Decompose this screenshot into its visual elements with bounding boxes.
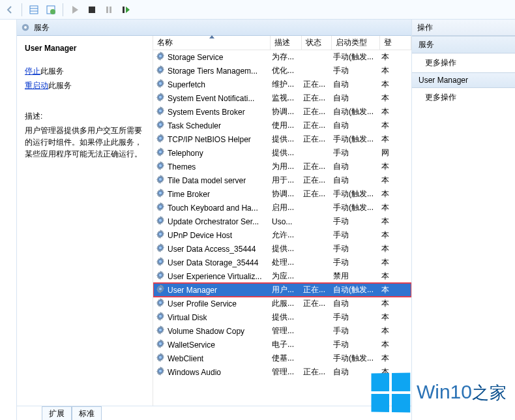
service-row[interactable]: Telephony提供...手动网 [153, 146, 411, 160]
service-startup: 手动(触发... [333, 52, 381, 63]
service-logon: 本 [381, 257, 411, 268]
service-name: System Event Notificati... [168, 94, 272, 103]
service-logon: 本 [381, 120, 411, 131]
service-startup: 自动(触发... [333, 284, 381, 295]
service-row[interactable]: Update Orchestrator Ser...Uso...手动本 [153, 215, 411, 228]
service-row[interactable]: TCP/IP NetBIOS Helper提供...正在...手动(触发...本 [153, 132, 411, 146]
service-icon [156, 147, 168, 158]
service-row[interactable]: WalletService电子...手动本 [153, 338, 411, 352]
service-status: 正在... [303, 298, 333, 309]
service-row[interactable]: Storage Service为存...手动(触发...本 [153, 50, 411, 64]
service-icon [156, 188, 168, 200]
service-row[interactable]: Touch Keyboard and Ha...启用...手动(触发...本 [153, 201, 411, 215]
service-row[interactable]: Task Scheduler使用...正在...自动本 [153, 119, 411, 132]
service-startup: 手动(触发... [333, 353, 381, 364]
service-name: User Manager [168, 286, 272, 295]
service-row[interactable]: User Data Access_35444提供...手动本 [153, 242, 411, 256]
service-desc: 为存... [272, 52, 303, 63]
service-logon: 本 [381, 134, 411, 145]
service-logon: 本 [381, 243, 411, 254]
stop-service-link[interactable]: 停止 [25, 67, 40, 76]
service-icon [156, 367, 168, 378]
svg-point-18 [158, 150, 162, 154]
restart-service-link[interactable]: 重启动 [25, 81, 48, 90]
service-row[interactable]: Volume Shadow Copy管理...手动本 [153, 324, 411, 338]
service-name: Volume Shadow Copy [168, 327, 272, 336]
column-header-desc[interactable]: 描述 [271, 36, 302, 50]
svg-point-25 [158, 246, 162, 250]
service-row[interactable]: Themes为用...正在...自动本 [153, 160, 411, 173]
service-row[interactable]: User Manager用户...正在...自动(触发...本 [153, 283, 411, 297]
pause-icon [104, 5, 114, 15]
service-rows: Storage Service为存...手动(触发...本 Storage Ti… [153, 50, 411, 406]
service-desc: 启用... [272, 202, 303, 213]
svg-rect-5 [89, 7, 95, 13]
service-desc: 为用... [272, 161, 303, 172]
service-row[interactable]: Tile Data model server用于...正在...自动本 [153, 173, 411, 187]
service-desc: 提供... [272, 147, 303, 158]
svg-rect-6 [106, 7, 108, 13]
service-startup: 手动(触发... [333, 188, 381, 200]
svg-point-22 [158, 205, 162, 209]
service-name: Tile Data model server [168, 176, 272, 185]
column-header-startup[interactable]: 启动类型 [332, 36, 380, 50]
service-desc: 为应... [272, 271, 303, 282]
service-icon [156, 243, 168, 254]
services-list: 名称 描述 状态 启动类型 登 Storage Service为存...手动(触… [153, 36, 411, 406]
service-desc: 电子... [272, 339, 303, 350]
toolbar-button-pause[interactable] [102, 3, 116, 17]
toolbar-button-grid1[interactable] [27, 3, 41, 17]
toolbar-separator [63, 3, 63, 16]
service-row[interactable]: Superfetch维护...正在...自动本 [153, 78, 411, 91]
main-area: 服务 User Manager 停止此服务 重启动此服务 描述: 用户管理器提供… [0, 20, 515, 420]
svg-rect-8 [123, 7, 125, 13]
service-logon: 本 [381, 202, 411, 213]
column-header-name-label: 名称 [157, 37, 173, 48]
column-header-name[interactable]: 名称 [153, 36, 271, 50]
service-icon [156, 93, 168, 104]
column-header-logon[interactable]: 登 [380, 36, 411, 50]
toolbar-button-back[interactable] [3, 3, 17, 17]
toolbar-button-grid2[interactable] [44, 3, 58, 17]
svg-point-26 [158, 260, 162, 263]
service-row[interactable]: Storage Tiers Managem...优化...手动本 [153, 64, 411, 78]
service-status: 正在... [303, 79, 333, 90]
service-name: User Data Storage_35444 [168, 258, 272, 267]
play-icon [70, 5, 80, 15]
toolbar-button-play[interactable] [68, 3, 82, 17]
service-startup: 手动(触发... [333, 202, 381, 213]
service-row[interactable]: System Events Broker协调...正在...自动(触发...本 [153, 105, 411, 119]
service-status: 正在... [303, 188, 333, 200]
actions-item-more-2[interactable]: 更多操作 [412, 88, 515, 107]
service-icon [156, 202, 168, 213]
detail-links: 停止此服务 重启动此服务 [25, 65, 145, 93]
service-row[interactable]: System Event Notificati...监视...正在...自动本 [153, 91, 411, 105]
actions-item-more-1[interactable]: 更多操作 [412, 53, 515, 72]
service-row[interactable]: Virtual Disk提供...手动本 [153, 310, 411, 324]
service-row[interactable]: User Data Storage_35444处理...手动本 [153, 256, 411, 269]
service-name: TCP/IP NetBIOS Helper [168, 135, 272, 144]
svg-point-24 [158, 232, 162, 236]
service-startup: 禁用 [333, 271, 381, 282]
center-pane: 服务 User Manager 停止此服务 重启动此服务 描述: 用户管理器提供… [17, 20, 412, 420]
service-row[interactable]: Windows Audio管理...正在...自动本 [153, 365, 411, 379]
left-tree-strip [0, 20, 17, 420]
actions-header: 操作 [412, 20, 515, 36]
tab-extended[interactable]: 扩展 [42, 406, 72, 420]
service-status: 正在... [303, 367, 333, 378]
toolbar-button-stop[interactable] [85, 3, 99, 17]
column-header-status[interactable]: 状态 [302, 36, 332, 50]
detail-pane: User Manager 停止此服务 重启动此服务 描述: 用户管理器提供多用户… [17, 36, 153, 406]
tab-standard[interactable]: 标准 [72, 406, 102, 420]
service-startup: 自动 [333, 79, 381, 90]
service-row[interactable]: WebClient使基...手动(触发...本 [153, 352, 411, 365]
svg-point-15 [158, 109, 162, 113]
service-row[interactable]: User Profile Service此服...正在...自动本 [153, 297, 411, 310]
service-row[interactable]: User Experience Virtualiz...为应...禁用本 [153, 269, 411, 283]
service-logon: 本 [381, 271, 411, 282]
toolbar-button-restart[interactable] [119, 3, 133, 17]
service-startup: 自动 [333, 298, 381, 309]
service-row[interactable]: UPnP Device Host允许...手动本 [153, 228, 411, 242]
service-row[interactable]: Time Broker协调...正在...手动(触发...本 [153, 187, 411, 201]
service-logon: 本 [381, 93, 411, 104]
